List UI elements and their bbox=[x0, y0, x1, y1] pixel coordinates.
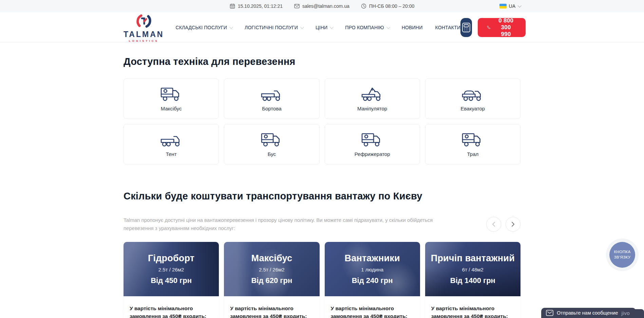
vehicle-label: Маніпулятор bbox=[357, 106, 387, 111]
vehicle-card-maksibus[interactable]: Максібус bbox=[124, 78, 219, 119]
callback-widget-button[interactable]: КНОПКА ЗВ'ЯЗКУ bbox=[606, 238, 639, 271]
calculator-icon bbox=[462, 22, 471, 33]
price-card-spec: 1 людина bbox=[361, 267, 383, 272]
pricing-carousel-controls bbox=[486, 217, 520, 232]
price-card-price: Від 450 грн bbox=[151, 276, 192, 285]
vehicle-label: Бортова bbox=[262, 106, 281, 111]
vehicle-card-tral[interactable]: Трал bbox=[425, 124, 520, 164]
nav-logistics-services[interactable]: ЛОГІСТИЧНІ ПОСЛУГИ bbox=[245, 25, 303, 30]
price-card-spec: 6т / 48м2 bbox=[462, 267, 484, 272]
nav-label: ЦІНИ bbox=[316, 25, 327, 30]
vehicles-section-title: Доступна техніка для перевезення bbox=[124, 56, 520, 67]
tent-truck-icon bbox=[160, 132, 183, 147]
logo-title: TALMAN bbox=[124, 31, 164, 38]
nav-label: ЛОГІСТИЧНІ ПОСЛУГИ bbox=[245, 25, 298, 30]
hours-text: ПН-СБ 08:00 – 20:00 bbox=[369, 3, 415, 9]
main-nav: СКЛАДСЬКІ ПОСЛУГИ ЛОГІСТИЧНІ ПОСЛУГИ ЦІН… bbox=[175, 25, 460, 30]
pricing-description: Talman пропонує доступні ціни на вантажо… bbox=[124, 216, 437, 232]
nav-label: СКЛАДСЬКІ ПОСЛУГИ bbox=[175, 25, 227, 30]
price-card-title: Максібус bbox=[251, 253, 292, 264]
nav-prices[interactable]: ЦІНИ bbox=[316, 25, 333, 30]
price-card-spec: 2.5т / 26м2 bbox=[158, 267, 184, 272]
vehicle-card-evakuator[interactable]: Евакуатор bbox=[425, 78, 520, 119]
price-card-photo: Гідроборт 2.5т / 26м2 Від 450 грн bbox=[124, 242, 219, 296]
carousel-next-button[interactable] bbox=[506, 217, 520, 232]
vehicle-label: Трал bbox=[467, 151, 478, 157]
email-text: sales@talman.com.ua bbox=[302, 3, 349, 9]
chevron-left-icon bbox=[492, 222, 495, 227]
ukraine-flag-icon bbox=[499, 4, 507, 8]
vehicle-card-bortova[interactable]: Бортова bbox=[224, 78, 319, 119]
carousel-prev-button[interactable] bbox=[486, 217, 501, 232]
nav-label: КОНТАКТИ bbox=[435, 25, 460, 30]
price-card-spec: 2.5т / 26м2 bbox=[259, 267, 285, 272]
working-hours: ПН-СБ 08:00 – 20:00 bbox=[361, 3, 415, 9]
calculator-button[interactable] bbox=[460, 18, 472, 37]
logo[interactable]: TALMAN LOGISTICS bbox=[124, 12, 164, 42]
vehicle-card-bus[interactable]: Бус bbox=[224, 124, 319, 164]
chevron-down-icon bbox=[386, 25, 390, 29]
box-truck-icon bbox=[160, 86, 183, 102]
price-card-photo: Вантажники 1 людина Від 240 грн bbox=[325, 242, 420, 296]
nav-news[interactable]: НОВИНИ bbox=[402, 25, 423, 30]
pricing-section-title: Скільки буде коштувати транспортування в… bbox=[124, 191, 520, 202]
callback-label-line1: КНОПКА bbox=[614, 249, 631, 255]
price-card-note: У вартість мінімального замовлення за 45… bbox=[224, 296, 319, 318]
phone-call-button[interactable]: 0 800 300 990 bbox=[478, 18, 526, 37]
lowboy-truck-icon bbox=[461, 132, 484, 147]
datetime-display: 15.10.2025, 01:12:21 bbox=[230, 3, 283, 9]
nav-about-company[interactable]: ПРО КОМПАНІЮ bbox=[345, 25, 389, 30]
price-card-photo: Максібус 2.5т / 26м2 Від 620 грн bbox=[224, 242, 319, 296]
price-card-maksibus[interactable]: Максібус 2.5т / 26м2 Від 620 грн У варті… bbox=[224, 242, 319, 318]
datetime-text: 15.10.2025, 01:12:21 bbox=[238, 3, 283, 9]
nav-label: НОВИНИ bbox=[402, 25, 423, 30]
logo-subtitle: LOGISTICS bbox=[129, 39, 159, 42]
vehicle-label: Евакуатор bbox=[461, 106, 485, 111]
nav-contacts[interactable]: КОНТАКТИ bbox=[435, 25, 460, 30]
chat-message-text: Отправьте нам сообщение bbox=[557, 310, 618, 316]
logo-mark-icon bbox=[135, 12, 153, 30]
price-card-photo: Причіп вантажний 6т / 48м2 Від 1400 грн bbox=[425, 242, 520, 296]
price-card-title: Вантажники bbox=[345, 253, 400, 264]
flatbed-truck-icon bbox=[261, 86, 283, 102]
vehicle-card-manipulator[interactable]: Маніпулятор bbox=[325, 78, 420, 119]
price-card-note: У вартість мінімального замовлення за 45… bbox=[124, 296, 219, 318]
chat-envelope-icon bbox=[546, 310, 553, 316]
price-card-note: У вартість мінімального замовлення за 45… bbox=[325, 296, 420, 318]
vehicle-card-refrigerator[interactable]: Рефрижератор bbox=[325, 124, 420, 164]
language-selector[interactable]: UA bbox=[499, 0, 520, 12]
nav-label: ПРО КОМПАНІЮ bbox=[345, 25, 384, 30]
callback-label-line2: ЗВ'ЯЗКУ bbox=[614, 255, 631, 260]
clock-icon bbox=[361, 3, 366, 9]
vehicle-label: Тент bbox=[166, 151, 177, 157]
crane-truck-icon bbox=[361, 86, 383, 102]
chevron-down-icon bbox=[330, 25, 334, 29]
price-card-cargo-trailer[interactable]: Причіп вантажний 6т / 48м2 Від 1400 грн … bbox=[425, 242, 520, 318]
pricing-cards-grid: Гідроборт 2.5т / 26м2 Від 450 грн У варт… bbox=[124, 242, 520, 318]
price-card-price: Від 240 грн bbox=[352, 276, 393, 285]
price-card-hydroboard[interactable]: Гідроборт 2.5т / 26м2 Від 450 грн У варт… bbox=[124, 242, 219, 318]
price-card-price: Від 620 грн bbox=[251, 276, 292, 285]
price-card-price: Від 1400 грн bbox=[450, 276, 495, 285]
tow-truck-icon bbox=[461, 86, 484, 102]
phone-number: 0 800 300 990 bbox=[495, 17, 517, 38]
price-card-title: Причіп вантажний bbox=[431, 253, 515, 264]
price-card-title: Гідроборт bbox=[148, 253, 194, 264]
jivo-brand-label: jivo bbox=[621, 310, 630, 316]
top-info-bar: 15.10.2025, 01:12:21 sales@talman.com.ua… bbox=[0, 0, 644, 12]
chevron-down-icon bbox=[518, 4, 522, 7]
chevron-down-icon bbox=[300, 25, 304, 29]
price-card-loaders[interactable]: Вантажники 1 людина Від 240 грн У вартіс… bbox=[325, 242, 420, 318]
chat-widget-bar[interactable]: Отправьте нам сообщение jivo bbox=[541, 308, 636, 318]
calendar-icon bbox=[230, 3, 235, 9]
chevron-down-icon bbox=[229, 25, 233, 29]
chevron-right-icon bbox=[511, 222, 515, 227]
vehicle-label: Максібус bbox=[161, 106, 182, 111]
site-header: TALMAN LOGISTICS СКЛАДСЬКІ ПОСЛУГИ ЛОГІС… bbox=[0, 12, 644, 42]
vehicle-label: Рефрижератор bbox=[355, 151, 390, 157]
vehicles-grid: Максібус Бортова Маніпулятор Евакуатор Т… bbox=[124, 78, 520, 164]
vehicle-card-tent[interactable]: Тент bbox=[124, 124, 219, 164]
email-contact[interactable]: sales@talman.com.ua bbox=[294, 3, 349, 9]
vehicle-label: Бус bbox=[268, 151, 276, 157]
nav-warehouse-services[interactable]: СКЛАДСЬКІ ПОСЛУГИ bbox=[175, 25, 232, 30]
